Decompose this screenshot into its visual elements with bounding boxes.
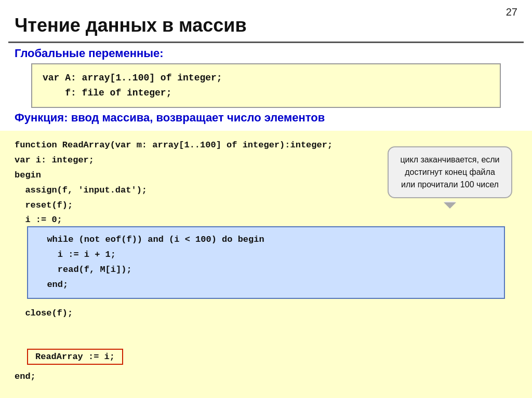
page-title: Чтение данных в массив (15, 15, 247, 36)
while-loop-box: while (not eof(f)) and (i < 100) do begi… (27, 226, 505, 299)
callout-text: цикл заканчивается, если достигнут конец… (400, 155, 499, 189)
global-code-line1: var A: array[1..100] of integer; (43, 71, 489, 86)
while-line-3: end; (36, 278, 496, 293)
page-number: 27 (506, 6, 517, 18)
while-line-1: i := i + 1; (36, 248, 496, 263)
return-statement-box: ReadArray := i; (27, 349, 123, 365)
global-code-line2: f: file of integer; (43, 86, 489, 101)
while-line-2: read(f, M[i]); (36, 263, 496, 278)
while-line-0: while (not eof(f)) and (i < 100) do begi… (36, 232, 496, 248)
function-label: Функция: ввод массива, возвращает число … (15, 111, 325, 125)
callout-bubble: цикл заканчивается, если достигнут конец… (388, 146, 512, 198)
global-code-box: var A: array[1..100] of integer; f: file… (31, 63, 501, 108)
global-variables-label: Глобальные переменные: (15, 47, 164, 60)
divider (8, 42, 524, 43)
code-i-zero: i := 0; (15, 213, 517, 228)
close-line: close(f); (15, 308, 73, 318)
end-statement: end; (15, 372, 36, 381)
code-reset: reset(f); (15, 198, 517, 213)
